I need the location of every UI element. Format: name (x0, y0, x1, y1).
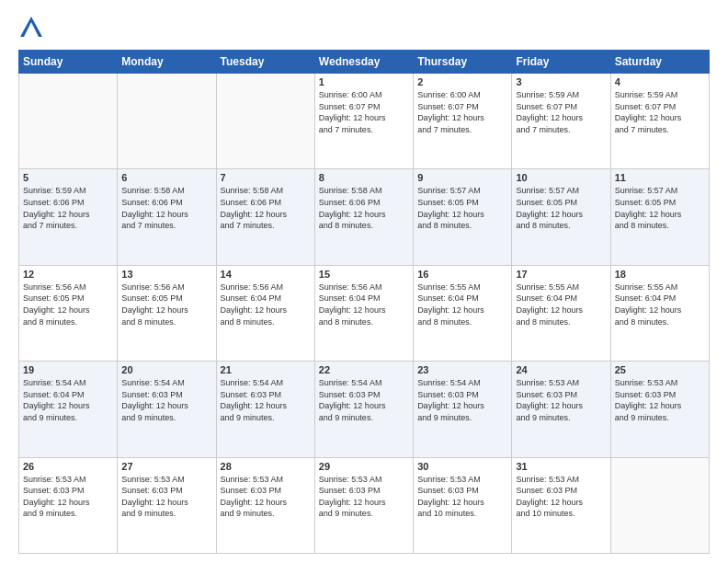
day-info: Sunrise: 5:53 AM Sunset: 6:03 PM Dayligh… (417, 474, 507, 520)
day-info: Sunrise: 5:53 AM Sunset: 6:03 PM Dayligh… (319, 474, 409, 520)
calendar-cell: 26Sunrise: 5:53 AM Sunset: 6:03 PM Dayli… (19, 457, 118, 553)
calendar-cell: 9Sunrise: 5:57 AM Sunset: 6:05 PM Daylig… (414, 169, 512, 265)
day-number: 1 (319, 76, 409, 87)
week-row-1: 1Sunrise: 6:00 AM Sunset: 6:07 PM Daylig… (19, 74, 710, 169)
day-number: 23 (417, 364, 507, 375)
day-info: Sunrise: 5:55 AM Sunset: 6:04 PM Dayligh… (417, 282, 507, 327)
day-info: Sunrise: 5:57 AM Sunset: 6:05 PM Dayligh… (516, 185, 606, 231)
header (18, 15, 710, 40)
calendar-cell: 13Sunrise: 5:56 AM Sunset: 6:05 PM Dayli… (118, 265, 216, 361)
day-number: 12 (23, 269, 113, 280)
day-number: 17 (516, 269, 606, 280)
calendar-cell: 27Sunrise: 5:53 AM Sunset: 6:03 PM Dayli… (118, 457, 216, 553)
day-number: 9 (417, 172, 507, 183)
calendar-cell: 30Sunrise: 5:53 AM Sunset: 6:03 PM Dayli… (414, 457, 512, 553)
day-number: 31 (516, 461, 606, 472)
day-number: 7 (221, 172, 311, 183)
day-number: 30 (417, 461, 507, 472)
day-info: Sunrise: 5:53 AM Sunset: 6:03 PM Dayligh… (516, 474, 606, 520)
calendar-cell: 17Sunrise: 5:55 AM Sunset: 6:04 PM Dayli… (512, 265, 610, 361)
calendar-cell: 7Sunrise: 5:58 AM Sunset: 6:06 PM Daylig… (216, 169, 314, 265)
calendar-cell: 14Sunrise: 5:56 AM Sunset: 6:04 PM Dayli… (216, 265, 314, 361)
logo (18, 15, 48, 40)
calendar-cell: 18Sunrise: 5:55 AM Sunset: 6:04 PM Dayli… (610, 265, 709, 361)
weekday-header-thursday: Thursday (414, 51, 512, 74)
weekday-header-friday: Friday (512, 51, 610, 74)
calendar-cell: 4Sunrise: 5:59 AM Sunset: 6:07 PM Daylig… (610, 74, 709, 169)
weekday-header-tuesday: Tuesday (216, 51, 314, 74)
calendar-cell: 1Sunrise: 6:00 AM Sunset: 6:07 PM Daylig… (314, 74, 413, 169)
day-info: Sunrise: 5:54 AM Sunset: 6:03 PM Dayligh… (121, 377, 211, 423)
day-number: 18 (615, 269, 705, 280)
day-info: Sunrise: 5:54 AM Sunset: 6:04 PM Dayligh… (23, 377, 113, 423)
calendar-cell (19, 74, 118, 169)
day-number: 21 (221, 364, 311, 375)
calendar-cell: 22Sunrise: 5:54 AM Sunset: 6:03 PM Dayli… (314, 362, 413, 457)
day-info: Sunrise: 5:56 AM Sunset: 6:05 PM Dayligh… (23, 282, 113, 327)
day-info: Sunrise: 5:59 AM Sunset: 6:07 PM Dayligh… (615, 89, 705, 135)
day-info: Sunrise: 6:00 AM Sunset: 6:07 PM Dayligh… (319, 89, 409, 135)
weekday-header-sunday: Sunday (19, 51, 118, 74)
day-info: Sunrise: 5:59 AM Sunset: 6:07 PM Dayligh… (516, 89, 606, 135)
calendar-cell: 8Sunrise: 5:58 AM Sunset: 6:06 PM Daylig… (314, 169, 413, 265)
day-number: 10 (516, 172, 606, 183)
logo-icon (18, 15, 44, 40)
day-number: 6 (121, 172, 211, 183)
week-row-3: 12Sunrise: 5:56 AM Sunset: 6:05 PM Dayli… (19, 265, 710, 361)
calendar-cell: 15Sunrise: 5:56 AM Sunset: 6:04 PM Dayli… (314, 265, 413, 361)
day-number: 29 (319, 461, 409, 472)
week-row-5: 26Sunrise: 5:53 AM Sunset: 6:03 PM Dayli… (19, 457, 710, 553)
day-info: Sunrise: 5:58 AM Sunset: 6:06 PM Dayligh… (121, 185, 211, 231)
day-number: 4 (615, 76, 705, 87)
calendar-cell: 25Sunrise: 5:53 AM Sunset: 6:03 PM Dayli… (610, 362, 709, 457)
day-info: Sunrise: 5:56 AM Sunset: 6:04 PM Dayligh… (221, 282, 311, 327)
page: SundayMondayTuesdayWednesdayThursdayFrid… (0, 0, 728, 563)
calendar-cell: 2Sunrise: 6:00 AM Sunset: 6:07 PM Daylig… (414, 74, 512, 169)
calendar-cell: 10Sunrise: 5:57 AM Sunset: 6:05 PM Dayli… (512, 169, 610, 265)
calendar-cell: 24Sunrise: 5:53 AM Sunset: 6:03 PM Dayli… (512, 362, 610, 457)
day-info: Sunrise: 5:54 AM Sunset: 6:03 PM Dayligh… (417, 377, 507, 423)
calendar-cell: 28Sunrise: 5:53 AM Sunset: 6:03 PM Dayli… (216, 457, 314, 553)
day-number: 20 (121, 364, 211, 375)
week-row-4: 19Sunrise: 5:54 AM Sunset: 6:04 PM Dayli… (19, 362, 710, 457)
day-number: 22 (319, 364, 409, 375)
calendar-cell: 16Sunrise: 5:55 AM Sunset: 6:04 PM Dayli… (414, 265, 512, 361)
day-info: Sunrise: 5:53 AM Sunset: 6:03 PM Dayligh… (221, 474, 311, 520)
day-info: Sunrise: 5:57 AM Sunset: 6:05 PM Dayligh… (615, 185, 705, 231)
calendar-table: SundayMondayTuesdayWednesdayThursdayFrid… (18, 50, 710, 554)
day-info: Sunrise: 5:53 AM Sunset: 6:03 PM Dayligh… (516, 377, 606, 423)
day-info: Sunrise: 5:53 AM Sunset: 6:03 PM Dayligh… (615, 377, 705, 423)
day-number: 3 (516, 76, 606, 87)
day-info: Sunrise: 5:59 AM Sunset: 6:06 PM Dayligh… (23, 185, 113, 231)
calendar-cell (216, 74, 314, 169)
day-number: 27 (121, 461, 211, 472)
day-info: Sunrise: 5:54 AM Sunset: 6:03 PM Dayligh… (319, 377, 409, 423)
week-row-2: 5Sunrise: 5:59 AM Sunset: 6:06 PM Daylig… (19, 169, 710, 265)
day-info: Sunrise: 5:56 AM Sunset: 6:05 PM Dayligh… (121, 282, 211, 327)
calendar-cell: 19Sunrise: 5:54 AM Sunset: 6:04 PM Dayli… (19, 362, 118, 457)
day-number: 14 (221, 269, 311, 280)
calendar-cell: 12Sunrise: 5:56 AM Sunset: 6:05 PM Dayli… (19, 265, 118, 361)
day-info: Sunrise: 5:55 AM Sunset: 6:04 PM Dayligh… (516, 282, 606, 327)
day-number: 2 (417, 76, 507, 87)
day-number: 25 (615, 364, 705, 375)
day-number: 28 (221, 461, 311, 472)
calendar-cell: 20Sunrise: 5:54 AM Sunset: 6:03 PM Dayli… (118, 362, 216, 457)
weekday-header-saturday: Saturday (610, 51, 709, 74)
day-info: Sunrise: 5:53 AM Sunset: 6:03 PM Dayligh… (23, 474, 113, 520)
calendar-cell: 31Sunrise: 5:53 AM Sunset: 6:03 PM Dayli… (512, 457, 610, 553)
day-number: 15 (319, 269, 409, 280)
day-number: 8 (319, 172, 409, 183)
day-number: 13 (121, 269, 211, 280)
calendar-cell: 29Sunrise: 5:53 AM Sunset: 6:03 PM Dayli… (314, 457, 413, 553)
day-info: Sunrise: 5:55 AM Sunset: 6:04 PM Dayligh… (615, 282, 705, 327)
calendar-cell: 5Sunrise: 5:59 AM Sunset: 6:06 PM Daylig… (19, 169, 118, 265)
day-info: Sunrise: 5:54 AM Sunset: 6:03 PM Dayligh… (221, 377, 311, 423)
day-number: 11 (615, 172, 705, 183)
weekday-header-wednesday: Wednesday (314, 51, 413, 74)
calendar-cell: 3Sunrise: 5:59 AM Sunset: 6:07 PM Daylig… (512, 74, 610, 169)
day-number: 26 (23, 461, 113, 472)
day-number: 19 (23, 364, 113, 375)
day-number: 24 (516, 364, 606, 375)
calendar-cell: 6Sunrise: 5:58 AM Sunset: 6:06 PM Daylig… (118, 169, 216, 265)
